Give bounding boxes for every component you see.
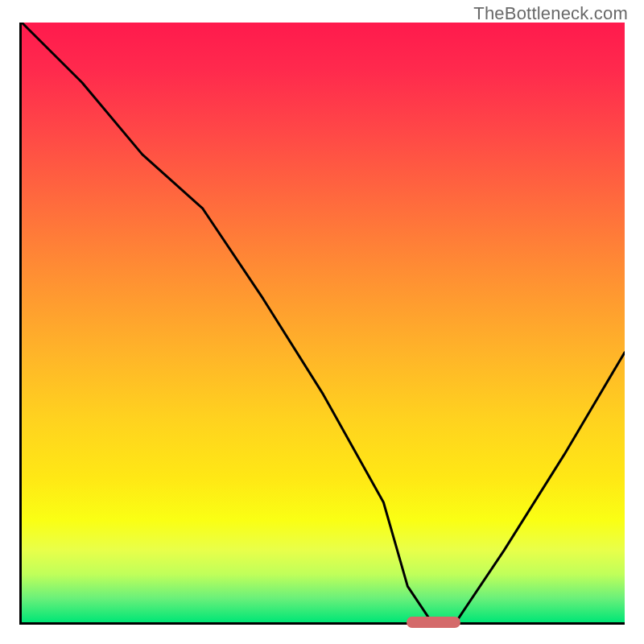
bottleneck-curve xyxy=(22,23,625,622)
watermark-text: TheBottleneck.com xyxy=(473,3,628,24)
optimum-range-marker xyxy=(407,617,461,628)
chart-plot-area xyxy=(19,23,625,625)
